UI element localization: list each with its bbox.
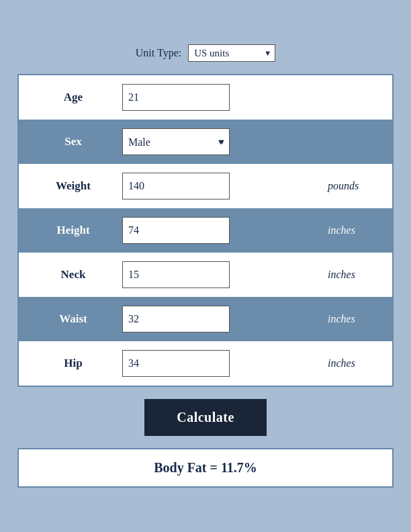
row-unit-neck: inches	[328, 269, 381, 281]
row-input-area-age	[122, 84, 320, 111]
form-row-age: Age	[19, 75, 392, 120]
page-wrapper: Unit Type: US units Metric units AgeSexM…	[17, 44, 394, 488]
row-unit-hip: inches	[328, 357, 381, 369]
row-input-area-neck	[122, 261, 320, 288]
row-input-area-sex: MaleFemale▼	[122, 128, 320, 155]
form-row-neck: Neckinches	[19, 253, 392, 297]
unit-type-label: Unit Type:	[136, 47, 181, 59]
row-label-sex: Sex	[30, 135, 117, 148]
waist-input[interactable]	[122, 306, 230, 332]
unit-type-row: Unit Type: US units Metric units	[136, 44, 275, 62]
row-label-height: Height	[30, 224, 117, 237]
form-row-sex: SexMaleFemale▼	[19, 120, 392, 164]
form-row-hip: Hipinches	[19, 341, 392, 386]
unit-type-select[interactable]: US units Metric units	[188, 44, 275, 62]
neck-input[interactable]	[122, 261, 230, 288]
hip-input[interactable]	[122, 350, 230, 377]
row-label-weight: Weight	[30, 179, 117, 193]
unit-type-select-wrapper: US units Metric units	[188, 44, 275, 62]
row-input-area-hip	[122, 350, 320, 377]
result-box: Body Fat = 11.7%	[17, 448, 394, 488]
row-unit-weight: pounds	[328, 180, 381, 192]
row-unit-height: inches	[328, 224, 381, 236]
form-table: AgeSexMaleFemale▼WeightpoundsHeightinche…	[17, 74, 394, 387]
sex-select-wrapper: MaleFemale▼	[122, 128, 230, 155]
age-input[interactable]	[122, 84, 230, 111]
form-row-weight: Weightpounds	[19, 164, 392, 208]
row-unit-waist: inches	[328, 313, 381, 325]
row-label-neck: Neck	[30, 268, 117, 281]
weight-input[interactable]	[122, 173, 230, 200]
height-input[interactable]	[122, 217, 230, 244]
row-input-area-height	[122, 217, 320, 244]
result-text: Body Fat = 11.7%	[154, 460, 257, 475]
row-label-waist: Waist	[30, 312, 117, 326]
row-label-hip: Hip	[30, 357, 117, 370]
calculate-button[interactable]: Calculate	[144, 399, 267, 436]
form-row-waist: Waistinches	[19, 297, 392, 341]
row-label-age: Age	[30, 91, 117, 104]
form-row-height: Heightinches	[19, 208, 392, 253]
row-input-area-waist	[122, 306, 320, 332]
sex-select[interactable]: MaleFemale	[122, 128, 230, 155]
row-input-area-weight	[122, 173, 320, 200]
